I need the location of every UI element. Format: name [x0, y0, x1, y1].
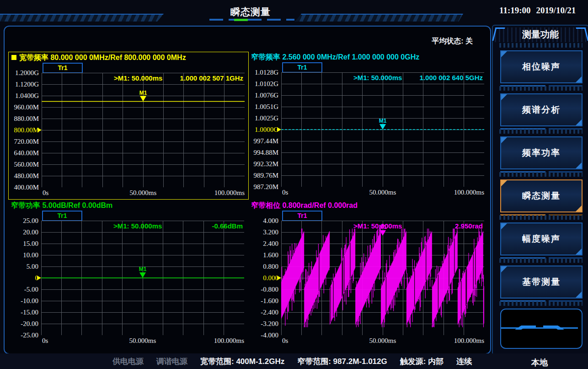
status-item-4: 窄带范围: 987.2M-1.012G	[297, 356, 387, 367]
sidebar-button-4[interactable]: 瞬态测量	[500, 179, 583, 212]
y-axis-tick: 1.0051G	[248, 103, 278, 111]
clock-time: 11:19:00	[499, 5, 531, 15]
page-title: 瞬态测量	[214, 5, 287, 18]
clock-date: 2019/10/21	[536, 5, 576, 15]
y-axis-tick: 960.00M	[9, 103, 39, 111]
y-axis-tick: 992.32M	[248, 160, 278, 168]
chart-narrowband-frequency[interactable]: 窄带频率 2.560 000 0MHz/Ref 1.000 000 000 0G…	[248, 52, 488, 199]
y-axis-tick: -2.400	[248, 308, 278, 316]
plot-area: >M1: 50.000ms1.000 002 507 1GHzM1	[42, 73, 245, 187]
chart-narrowband-phase[interactable]: 窄带相位 0.800rad/Ref 0.000radTr14.0003.2002…	[248, 200, 488, 347]
trace-label[interactable]: Tr1	[282, 211, 322, 221]
y-axis-tick: 1.0102G	[248, 80, 278, 88]
y-axis-tick: 994.88M	[248, 148, 278, 157]
marker-triangle-icon	[140, 96, 146, 102]
x-axis-tick: 100.000ms	[281, 337, 484, 345]
sidebar-button-2[interactable]: 频谱分析	[500, 93, 583, 126]
y-axis-tick: 1.600	[248, 251, 278, 259]
y-axis-tick: 4.000	[248, 217, 278, 225]
y-axis-tick: 1.0000G	[248, 125, 278, 134]
y-axis-tick: 20.00	[8, 228, 38, 236]
status-item-2: 调谐电源	[156, 356, 187, 367]
sidebar-gap-hatch-decoration	[499, 43, 583, 48]
y-axis-tick: 480.00M	[9, 172, 39, 180]
sidebar-button-3[interactable]: 频率功率	[500, 136, 583, 169]
y-axis-tick: 1.0076G	[248, 91, 278, 99]
trace-label[interactable]: Tr1	[42, 211, 82, 221]
y-axis-tick: 987.20M	[248, 183, 278, 191]
plot-area: >M1: 50.000ms1.000 002 640 5GHzM1	[281, 72, 484, 187]
status-items: 供电电源调谐电源宽带范围: 400M-1.2GHz窄带范围: 987.2M-1.…	[112, 353, 472, 369]
trace-label[interactable]: Tr1	[282, 62, 322, 73]
y-axis-tick: -20.00	[8, 320, 38, 328]
y-axis-tick: 0.000	[248, 274, 278, 282]
sidebar-button-5[interactable]: 幅度噪声	[500, 222, 583, 255]
marker-name: M1	[379, 224, 387, 230]
marker-name: M1	[139, 90, 147, 96]
local-mode-label: 本地	[492, 357, 587, 368]
header-hatch-left-decoration	[0, 14, 164, 22]
marker-name: M1	[139, 266, 147, 272]
chart-title: 窄带相位 0.800rad/Ref 0.000rad	[251, 201, 358, 211]
sidebar-gap-hatch-decoration	[499, 129, 583, 134]
y-axis-tick: -1.600	[248, 297, 278, 305]
y-axis-tick: 560.00M	[9, 160, 39, 168]
title-underline-active-segment	[234, 19, 248, 21]
marker-readout-time: >M1: 50.000ms	[353, 74, 402, 81]
y-axis-tick: 1.2000G	[9, 69, 39, 77]
marker-readout-value: 1.000 002 640 5GHz	[420, 74, 483, 81]
x-axis-tick: 100.000ms	[281, 189, 484, 196]
y-axis-tick: 2.400	[248, 239, 278, 248]
y-axis-tick: 1.0128G	[248, 68, 278, 76]
y-axis-tick: 10.00	[8, 251, 38, 259]
sidebar-gap-hatch-decoration	[499, 172, 583, 177]
marker-triangle-icon	[380, 124, 386, 130]
sidebar-bottom-bracket-decoration	[495, 322, 584, 330]
status-item-1: 供电电源	[112, 356, 144, 367]
sidebar-gap-hatch-decoration	[499, 258, 583, 263]
chart-title: 窄带功率 5.00dB/Ref 0.00dBm	[11, 201, 112, 211]
marker-readout-value: -0.66dBm	[212, 222, 243, 230]
plot-area: >M1: 50.000ms2.950radM1	[281, 221, 484, 335]
y-axis-tick: 5.00	[8, 262, 38, 271]
y-axis-tick: 0	[8, 274, 38, 282]
y-axis-tick: -0.800	[248, 285, 278, 293]
sidebar-gap-hatch-decoration	[499, 86, 583, 91]
y-axis-tick: 15.00	[8, 239, 38, 248]
trace-label[interactable]: Tr1	[43, 63, 83, 73]
main-panel: 平均状态: 关 宽带频率 80.000 000 0MHz/Ref 800.000…	[4, 26, 491, 354]
marker-readout-time: >M1: 50.000ms	[114, 74, 162, 82]
marker-readout-time: >M1: 50.000ms	[113, 222, 162, 230]
clock: 11:19:002019/10/21	[499, 5, 586, 16]
marker-readout-time: >M1: 50.000ms	[353, 222, 402, 230]
status-item-5: 触发源: 内部	[400, 356, 444, 367]
status-item-3: 宽带范围: 400M-1.2GHz	[200, 356, 284, 367]
chart-title: 窄带频率 2.560 000 0MHz/Ref 1.000 000 000 0G…	[251, 53, 419, 62]
y-axis-tick: -4.000	[248, 331, 278, 339]
marker-readout-value: 1.000 002 507 1GHz	[180, 74, 243, 82]
y-axis-tick: 720.00M	[9, 137, 39, 146]
x-axis-tick: 100.000ms	[41, 337, 244, 345]
marker-readout-value: 2.950rad	[455, 222, 483, 230]
y-axis-tick: 3.200	[248, 228, 278, 236]
marker-triangle-icon	[139, 272, 146, 278]
sidebar-button-1[interactable]: 相位噪声	[500, 50, 583, 83]
y-axis-tick: 989.76M	[248, 171, 278, 179]
y-axis-tick: 25.00	[8, 217, 38, 225]
title-underline-dashes	[209, 19, 294, 21]
chart-wideband-frequency[interactable]: 宽带频率 80.000 000 0MHz/Ref 800.000 000 0MH…	[8, 52, 249, 200]
reference-level-arrow-icon	[37, 128, 42, 132]
sidebar-button-6[interactable]: 基带测量	[500, 266, 583, 298]
y-axis-tick: -15.00	[8, 308, 38, 316]
average-status-readout: 平均状态: 关	[432, 37, 473, 46]
chart-narrowband-power[interactable]: 窄带功率 5.00dB/Ref 0.00dBmTr125.0020.0015.0…	[8, 200, 248, 347]
y-axis-tick: 1.0025G	[248, 114, 278, 122]
y-axis-tick: 800.00M	[9, 126, 39, 134]
y-axis-tick: 1.0400G	[9, 92, 39, 100]
y-axis-tick: -5.00	[8, 285, 38, 293]
reference-level-arrow-icon	[277, 127, 281, 132]
selected-chart-square-icon	[11, 55, 16, 60]
header-hatch-right-decoration	[295, 14, 463, 22]
marker-name: M1	[379, 118, 387, 124]
plot-area: >M1: 50.000ms-0.66dBmM1	[41, 221, 244, 335]
